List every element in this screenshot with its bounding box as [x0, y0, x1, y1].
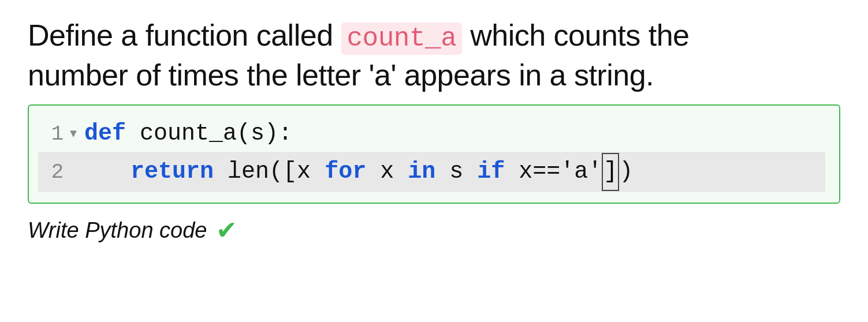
footer-text: Write Python code	[28, 218, 207, 243]
code-block: 1 ▾ def count_a(s): 2 ▾ return len([x fo…	[28, 104, 840, 204]
code-s: s	[435, 154, 477, 190]
kw-return: return	[131, 154, 214, 190]
line-arrow-1: ▾	[68, 121, 79, 148]
function-definition: count_a(s):	[126, 116, 292, 152]
footer: Write Python code ✔	[28, 218, 840, 243]
kw-in: in	[408, 154, 435, 190]
main-content: Define a function called count_a which c…	[28, 16, 840, 243]
kw-if: if	[477, 154, 505, 190]
cursor-bracket: ]	[602, 153, 619, 191]
description-paragraph: Define a function called count_a which c…	[28, 16, 840, 94]
line-number-1: 1	[38, 118, 68, 151]
line-number-2: 2	[38, 156, 68, 189]
checkmark-icon: ✔	[216, 218, 237, 243]
code-line-1: 1 ▾ def count_a(s):	[38, 116, 825, 152]
code-close-paren: )	[619, 154, 633, 190]
kw-for: for	[325, 154, 366, 190]
code-line-2: 2 ▾ return len([x for x in s if x=='a'])	[38, 152, 825, 192]
fn-len: len([x	[214, 154, 325, 190]
kw-def: def	[84, 116, 126, 152]
code-condition: x=='a'	[505, 154, 602, 190]
description-before: Define a function called	[28, 18, 341, 52]
code-x: x	[366, 154, 408, 190]
function-name-highlight: count_a	[341, 23, 463, 55]
